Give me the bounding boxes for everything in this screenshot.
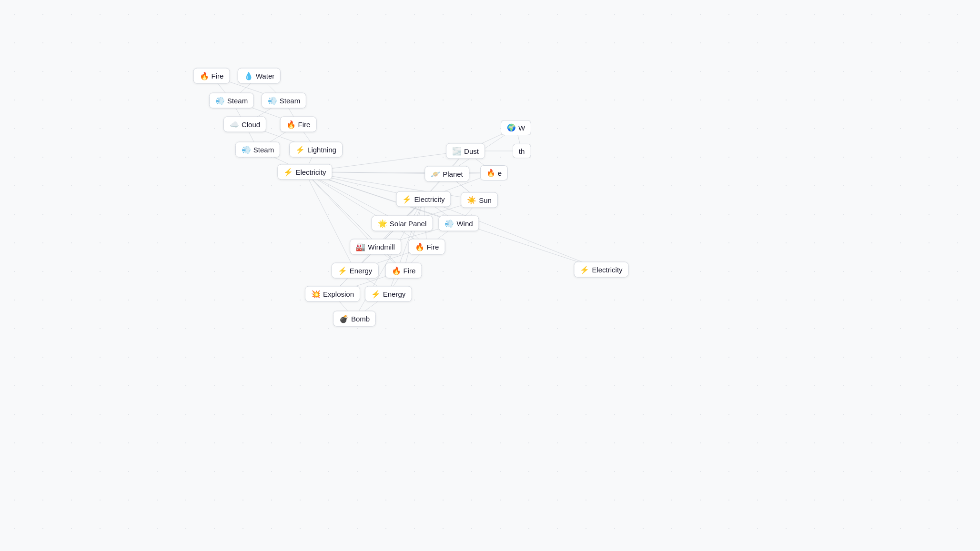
planet1-label: Planet [443, 170, 463, 178]
fire2-label: Fire [298, 120, 311, 129]
svg-line-61 [424, 199, 601, 270]
energy2-label: Energy [383, 290, 406, 298]
lightning1-label: Lightning [307, 146, 336, 154]
planet1-icon: 🪐 [431, 170, 440, 179]
svg-line-19 [305, 172, 427, 247]
steam1-label: Steam [227, 97, 248, 105]
steam3-label: Steam [253, 146, 274, 154]
energy2-icon: ⚡ [371, 290, 381, 299]
svg-line-20 [305, 172, 355, 270]
node-energy1[interactable]: ⚡Energy [332, 263, 379, 279]
fire2-icon: 🔥 [286, 120, 296, 129]
cloud1-icon: ☁️ [230, 120, 239, 129]
node-sun1[interactable]: ☀️Sun [461, 192, 498, 208]
partial3-label: e [498, 169, 502, 177]
node-cloud1[interactable]: ☁️Cloud [223, 117, 266, 132]
node-planet1[interactable]: 🪐Planet [424, 166, 469, 182]
node-fire2[interactable]: 🔥Fire [280, 117, 317, 132]
fire1-label: Fire [212, 72, 224, 80]
node-fire1[interactable]: 🔥Fire [193, 68, 230, 84]
node-partial3[interactable]: 🔥e [480, 165, 508, 180]
fire1-icon: 🔥 [200, 71, 209, 80]
steam2-icon: 💨 [268, 96, 277, 105]
electricity1-label: Electricity [295, 168, 326, 176]
fire4-icon: 🔥 [392, 266, 401, 275]
node-steam2[interactable]: 💨Steam [262, 93, 306, 109]
bomb1-label: Bomb [351, 315, 370, 323]
electricity2-icon: ⚡ [402, 195, 412, 204]
windmill1-label: Windmill [368, 243, 395, 251]
node-dust1[interactable]: 🌫️Dust [446, 143, 485, 159]
sun1-icon: ☀️ [467, 196, 476, 205]
steam3-icon: 💨 [242, 145, 251, 154]
node-wind1[interactable]: 💨Wind [438, 216, 479, 231]
connection-lines [0, 0, 980, 551]
partial3-icon: 🔥 [486, 169, 495, 177]
node-steam3[interactable]: 💨Steam [235, 142, 280, 158]
node-fire3[interactable]: 🔥Fire [409, 239, 445, 255]
node-water1[interactable]: 💧Water [238, 68, 281, 84]
fire3-label: Fire [427, 243, 439, 251]
lightning1-icon: ⚡ [295, 145, 305, 154]
steam1-icon: 💨 [215, 96, 225, 105]
partial2-label: th [519, 147, 525, 155]
electricity2-label: Electricity [414, 195, 445, 203]
electricity3-icon: ⚡ [580, 265, 589, 274]
water1-label: Water [256, 72, 274, 80]
cloud1-label: Cloud [242, 120, 260, 129]
windmill1-icon: 🏭 [356, 242, 365, 251]
wind1-icon: 💨 [445, 219, 454, 228]
solarpanel1-icon: 🌟 [378, 219, 387, 228]
node-bomb1[interactable]: 💣Bomb [333, 311, 376, 327]
node-fire4[interactable]: 🔥Fire [385, 263, 422, 279]
node-partial2[interactable]: th [513, 144, 531, 159]
node-electricity2[interactable]: ⚡Electricity [396, 191, 451, 207]
energy1-icon: ⚡ [338, 266, 347, 275]
dust1-label: Dust [464, 147, 479, 155]
fire4-label: Fire [404, 267, 416, 275]
dust1-icon: 🌫️ [452, 147, 462, 156]
sun1-label: Sun [479, 196, 492, 204]
node-electricity3[interactable]: ⚡Electricity [574, 262, 628, 278]
node-explosion1[interactable]: 💥Explosion [305, 286, 360, 302]
electricity1-icon: ⚡ [283, 168, 293, 177]
water1-icon: 💧 [244, 71, 253, 80]
solarpanel1-label: Solar Panel [390, 220, 427, 228]
wind1-label: Wind [456, 220, 473, 228]
node-energy2[interactable]: ⚡Energy [365, 286, 412, 302]
fire3-icon: 🔥 [415, 242, 424, 251]
node-electricity1[interactable]: ⚡Electricity [277, 164, 332, 180]
node-solarpanel1[interactable]: 🌟Solar Panel [372, 216, 433, 231]
node-lightning1[interactable]: ⚡Lightning [289, 142, 343, 158]
node-windmill1[interactable]: 🏭Windmill [350, 239, 401, 255]
partial1-icon: 🌍 [507, 123, 516, 132]
svg-line-18 [305, 172, 375, 247]
node-partial1[interactable]: 🌍W [501, 120, 531, 135]
explosion1-icon: 💥 [311, 290, 321, 299]
bomb1-icon: 💣 [339, 314, 349, 323]
node-steam1[interactable]: 💨Steam [209, 93, 254, 109]
electricity3-label: Electricity [592, 266, 622, 274]
steam2-label: Steam [280, 97, 300, 105]
partial1-label: W [518, 124, 525, 132]
explosion1-label: Explosion [323, 290, 354, 298]
energy1-label: Energy [350, 267, 373, 275]
